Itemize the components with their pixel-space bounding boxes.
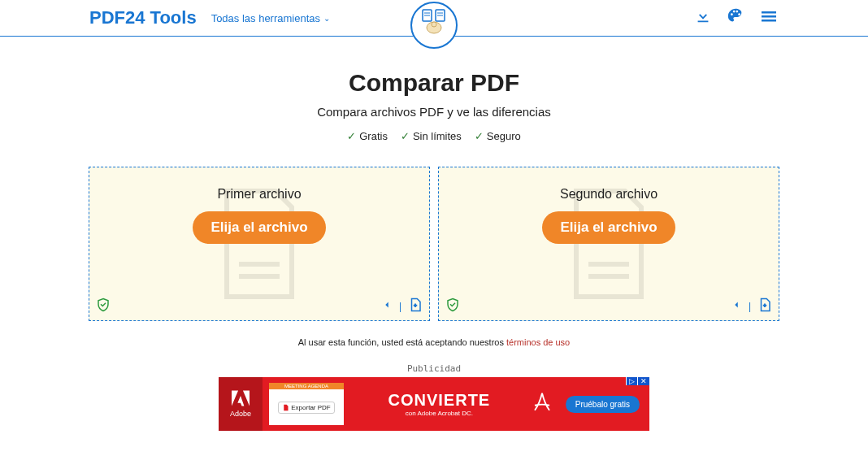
ad-text: CONVIERTE con Adobe Acrobat DC. [344, 391, 519, 417]
check-icon: ✓ [347, 130, 356, 142]
chevron-down-icon: ⌄ [323, 14, 330, 23]
dropzone-footer: | [439, 297, 779, 315]
ad-controls: ▷ ✕ [626, 377, 649, 385]
ad-brand: Adobe [219, 377, 263, 431]
ad-close-icon[interactable]: ✕ [637, 377, 649, 385]
feature-item: ✓Sin límites [401, 130, 462, 142]
header-right [694, 7, 779, 29]
nav-all-tools-label: Todas las herramientas [211, 12, 320, 24]
chevron-left-icon[interactable] [381, 299, 393, 314]
menu-icon[interactable] [759, 7, 779, 29]
logo[interactable]: PDF24 Tools [89, 7, 197, 28]
shield-icon[interactable] [445, 297, 460, 315]
palette-icon[interactable] [727, 7, 744, 28]
compare-icon [418, 7, 450, 45]
ad-info-icon[interactable]: ▷ [626, 377, 637, 385]
dropzone-second[interactable]: Segundo archivo Elija el archivo | [438, 167, 779, 321]
tool-badge [410, 2, 458, 49]
ad-doc-preview: MEETING AGENDA Exportar PDF [269, 383, 344, 425]
ad-banner[interactable]: Adobe MEETING AGENDA Exportar PDF CONVIE… [219, 377, 649, 431]
file-bg-icon [564, 187, 653, 301]
dropzone-first[interactable]: Primer archivo Elija el archivo | [89, 167, 430, 321]
separator: | [749, 301, 751, 312]
chevron-left-icon[interactable] [731, 299, 742, 314]
page-subtitle: Compara archivos PDF y ve las diferencia… [60, 105, 808, 119]
ad-cta-button[interactable]: Pruébalo gratis [566, 396, 640, 413]
check-icon: ✓ [475, 130, 484, 142]
ad-export-btn: Exportar PDF [278, 402, 334, 414]
download-icon[interactable] [694, 7, 712, 28]
svg-point-7 [432, 22, 436, 27]
nav-all-tools[interactable]: Todas las herramientas ⌄ [211, 12, 330, 24]
file-bg-icon [215, 187, 304, 301]
features-row: ✓Gratis ✓Sin límites ✓Seguro [60, 130, 808, 142]
shield-icon[interactable] [96, 297, 111, 315]
feature-item: ✓Gratis [347, 130, 388, 142]
page-title: Comparar PDF [60, 69, 808, 97]
acrobat-icon [530, 390, 554, 418]
header: PDF24 Tools Todas las herramientas ⌄ [0, 0, 868, 37]
choose-file-button[interactable]: Elija el archivo [193, 211, 325, 244]
main-content: Comparar PDF Compara archivos PDF y ve l… [44, 37, 824, 439]
terms-link[interactable]: términos de uso [506, 337, 570, 347]
choose-file-button[interactable]: Elija el archivo [542, 211, 675, 244]
add-file-icon[interactable] [408, 297, 423, 315]
check-icon: ✓ [401, 130, 410, 142]
ad-label: Publicidad [60, 363, 808, 374]
dropzone-footer: | [89, 297, 429, 315]
add-file-icon[interactable] [757, 297, 772, 315]
drop-area: Primer archivo Elija el archivo | [60, 167, 808, 321]
dropzone-title: Segundo archivo [560, 187, 658, 202]
header-left: PDF24 Tools Todas las herramientas ⌄ [89, 7, 330, 28]
dropzone-title: Primer archivo [217, 187, 301, 202]
separator: | [399, 301, 401, 312]
feature-item: ✓Seguro [475, 130, 521, 142]
terms-text: Al usar esta función, usted está aceptan… [60, 337, 808, 347]
